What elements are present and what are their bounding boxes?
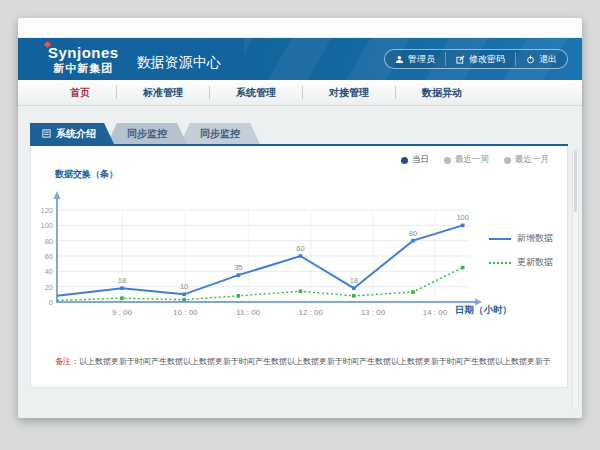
radio-dot-icon [401, 157, 408, 164]
svg-text:60: 60 [45, 252, 53, 261]
time-range-filters: 当日 最近一周 最近一月 [401, 154, 549, 166]
chart-card: 当日 最近一周 最近一月 数据交换（条） 9 : 0010 : 0011 : 0… [30, 146, 568, 388]
tab-system-intro-label: 系统介绍 [56, 127, 96, 141]
footnote: 备注：以上数据更新于时间产生数据以上数据更新于时间产生数据以上数据更新于时间产生… [55, 356, 560, 367]
svg-text:9 : 00: 9 : 00 [112, 308, 133, 317]
solid-line-icon [489, 238, 511, 240]
tab-underline [30, 144, 568, 146]
svg-text:100: 100 [40, 221, 53, 230]
document-icon [42, 129, 51, 138]
filter-last-week[interactable]: 最近一周 [444, 154, 489, 166]
filter-last-week-label: 最近一周 [455, 154, 489, 166]
radio-dot-icon [504, 157, 511, 164]
svg-text:14 : 00: 14 : 00 [423, 308, 448, 317]
user-icon [395, 55, 404, 64]
window-chrome [18, 18, 582, 38]
tab-system-intro[interactable]: 系统介绍 [30, 123, 114, 144]
x-axis-label: 日期（小时） [455, 304, 512, 317]
legend-item-new-data: 新增数据 [489, 232, 553, 245]
admin-user-button[interactable]: 管理员 [385, 52, 445, 66]
user-actions-group: 管理员 修改密码 退出 [384, 49, 568, 69]
edit-icon [456, 55, 465, 64]
svg-text:12 : 00: 12 : 00 [299, 308, 324, 317]
chart-legend: 新增数据 更新数据 [489, 232, 553, 269]
svg-text:60: 60 [296, 244, 304, 253]
filter-today-label: 当日 [412, 154, 429, 166]
change-password-button[interactable]: 修改密码 [445, 52, 515, 66]
legend-item-updated-data: 更新数据 [489, 256, 553, 269]
svg-text:40: 40 [45, 267, 53, 276]
tab-sync-monitor-1[interactable]: 同步监控 [107, 123, 187, 144]
nav-item-standard-mgmt[interactable]: 标准管理 [117, 86, 210, 99]
app-window: Synjones 新中新集团 数据资源中心 管理员 修改密码 退出 首页 标准管… [18, 18, 582, 418]
svg-text:10 : 00: 10 : 00 [173, 308, 198, 317]
line-chart: 9 : 0010 : 0011 : 0012 : 0013 : 0014 : 0… [23, 190, 493, 330]
svg-text:20: 20 [45, 283, 53, 292]
svg-text:80: 80 [45, 237, 53, 246]
dotted-line-icon [489, 262, 511, 264]
radio-dot-icon [444, 157, 451, 164]
legend-new-data-label: 新增数据 [517, 232, 553, 245]
svg-text:18: 18 [118, 276, 126, 285]
scrollbar[interactable] [572, 148, 579, 410]
company-logo: Synjones 新中新集团 [48, 45, 119, 74]
admin-user-label: 管理员 [408, 53, 435, 66]
svg-text:11 : 00: 11 : 00 [236, 308, 260, 317]
svg-text:18: 18 [350, 276, 358, 285]
nav-item-interface-mgmt[interactable]: 对接管理 [303, 86, 396, 99]
nav-item-system-mgmt[interactable]: 系统管理 [210, 86, 303, 99]
filter-last-month[interactable]: 最近一月 [504, 154, 549, 166]
legend-updated-data-label: 更新数据 [517, 256, 553, 269]
content-area: 系统介绍 同步监控 同步监控 当日 最近一周 最近一月 [18, 106, 582, 418]
footnote-text: 以上数据更新于时间产生数据以上数据更新于时间产生数据以上数据更新于时间产生数据以… [79, 357, 551, 366]
change-password-label: 修改密码 [469, 53, 505, 66]
logo-text-cn: 新中新集团 [48, 63, 119, 74]
svg-text:10: 10 [180, 282, 188, 291]
tab-bar: 系统介绍 同步监控 同步监控 [30, 123, 260, 144]
footnote-prefix: 备注： [55, 357, 79, 366]
page-title: 数据资源中心 [137, 54, 221, 72]
svg-text:80: 80 [409, 229, 417, 238]
app-header: Synjones 新中新集团 数据资源中心 管理员 修改密码 退出 [18, 38, 582, 80]
y-axis-label: 数据交换（条） [55, 168, 118, 181]
nav-item-home[interactable]: 首页 [44, 86, 117, 99]
logo-text-en: Synjones [48, 44, 119, 61]
scrollbar-thumb[interactable] [574, 150, 577, 212]
svg-text:100: 100 [456, 213, 469, 222]
svg-text:120: 120 [40, 206, 53, 215]
svg-text:0: 0 [49, 298, 53, 307]
logout-label: 退出 [539, 53, 557, 66]
filter-today[interactable]: 当日 [401, 154, 429, 166]
svg-text:35: 35 [234, 263, 242, 272]
nav-item-data-change[interactable]: 数据异动 [396, 86, 488, 99]
tab-sync-monitor-2[interactable]: 同步监控 [180, 123, 260, 144]
svg-text:13 : 00: 13 : 00 [361, 308, 386, 317]
power-icon [526, 55, 535, 64]
filter-last-month-label: 最近一月 [515, 154, 549, 166]
main-nav: 首页 标准管理 系统管理 对接管理 数据异动 [18, 80, 582, 106]
logout-button[interactable]: 退出 [515, 52, 567, 66]
